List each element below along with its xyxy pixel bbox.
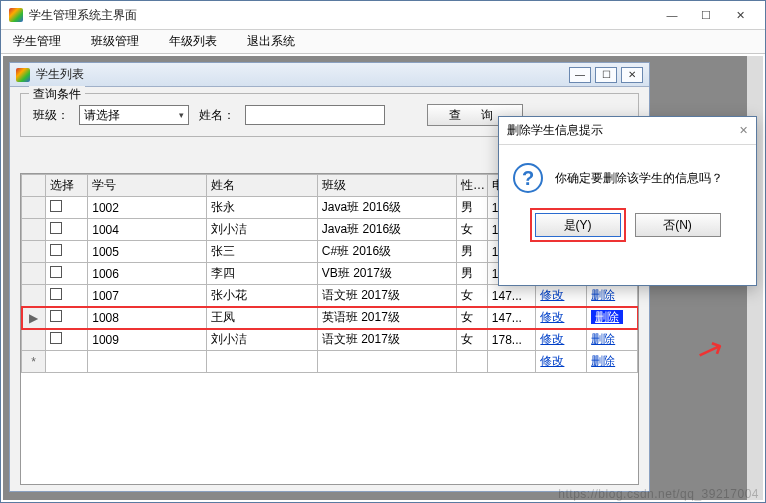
cell-class: 语文班 2017级 bbox=[317, 285, 456, 307]
dialog-titlebar: 删除学生信息提示 ✕ bbox=[499, 117, 756, 145]
cell-id: 1005 bbox=[88, 241, 207, 263]
cell-id: 1007 bbox=[88, 285, 207, 307]
dialog-yes-button[interactable]: 是(Y) bbox=[535, 213, 621, 237]
cell-name: 张三 bbox=[207, 241, 317, 263]
delete-link[interactable]: 删除 bbox=[591, 288, 615, 302]
confirm-dialog: 删除学生信息提示 ✕ ? 你确定要删除该学生的信息吗？ 是(Y) 否(N) bbox=[498, 116, 757, 286]
chevron-down-icon: ▾ bbox=[179, 110, 184, 120]
cell-class: C#班 2016级 bbox=[317, 241, 456, 263]
main-titlebar: 学生管理系统主界面 — ☐ ✕ bbox=[1, 1, 765, 30]
edit-link[interactable]: 修改 bbox=[540, 354, 564, 368]
cell-name: 刘小洁 bbox=[207, 219, 317, 241]
dialog-no-button[interactable]: 否(N) bbox=[635, 213, 721, 237]
edit-link[interactable]: 修改 bbox=[540, 310, 564, 324]
cell-select[interactable] bbox=[46, 263, 88, 285]
main-window: 学生管理系统主界面 — ☐ ✕ 学生管理 班级管理 年级列表 退出系统 学生列表… bbox=[0, 0, 766, 503]
checkbox[interactable] bbox=[50, 288, 62, 300]
col-class[interactable]: 班级 bbox=[317, 175, 456, 197]
class-combo-value: 请选择 bbox=[84, 107, 120, 124]
edit-link[interactable]: 修改 bbox=[540, 332, 564, 346]
cell-phone: 178... bbox=[487, 329, 536, 351]
class-combo[interactable]: 请选择 ▾ bbox=[79, 105, 189, 125]
cell-select[interactable] bbox=[46, 197, 88, 219]
row-indicator: * bbox=[22, 351, 46, 373]
cell-edit: 修改 bbox=[536, 329, 587, 351]
close-button[interactable]: ✕ bbox=[723, 4, 757, 26]
cell-class: 语文班 2017级 bbox=[317, 329, 456, 351]
cell-select[interactable] bbox=[46, 285, 88, 307]
cell-id: 1008 bbox=[88, 307, 207, 329]
table-row[interactable]: ▶1008王凤英语班 2017级女147...修改删除 bbox=[22, 307, 638, 329]
col-id[interactable]: 学号 bbox=[88, 175, 207, 197]
cell-phone: 147... bbox=[487, 285, 536, 307]
form-icon bbox=[16, 68, 30, 82]
watermark: https://blog.csdn.net/qq_39217004 bbox=[558, 487, 759, 501]
menu-exit[interactable]: 退出系统 bbox=[241, 30, 301, 53]
cell-name: 李四 bbox=[207, 263, 317, 285]
mdi-minimize[interactable]: — bbox=[569, 67, 591, 83]
cell-gender: 女 bbox=[456, 219, 487, 241]
checkbox[interactable] bbox=[50, 266, 62, 278]
cell-class: Java班 2016级 bbox=[317, 197, 456, 219]
col-name[interactable]: 姓名 bbox=[207, 175, 317, 197]
cell-delete: 删除 bbox=[587, 329, 638, 351]
checkbox[interactable] bbox=[50, 244, 62, 256]
dialog-title: 删除学生信息提示 bbox=[507, 122, 739, 139]
checkbox[interactable] bbox=[50, 222, 62, 234]
cell-id: 1004 bbox=[88, 219, 207, 241]
row-indicator: ▶ bbox=[22, 307, 46, 329]
cell-gender: 女 bbox=[456, 307, 487, 329]
menu-student[interactable]: 学生管理 bbox=[7, 30, 67, 53]
col-select[interactable]: 选择 bbox=[46, 175, 88, 197]
rowheader-corner bbox=[22, 175, 46, 197]
checkbox[interactable] bbox=[50, 310, 62, 322]
row-indicator bbox=[22, 263, 46, 285]
cell-gender: 男 bbox=[456, 197, 487, 219]
cell-name: 刘小洁 bbox=[207, 329, 317, 351]
name-label: 姓名： bbox=[199, 107, 235, 124]
cell-class: VB班 2017级 bbox=[317, 263, 456, 285]
name-input[interactable] bbox=[245, 105, 385, 125]
delete-link[interactable]: 删除 bbox=[591, 310, 623, 324]
checkbox[interactable] bbox=[50, 200, 62, 212]
inner-titlebar: 学生列表 — ☐ ✕ bbox=[10, 63, 649, 87]
minimize-button[interactable]: — bbox=[655, 4, 689, 26]
cell-delete: 删除 bbox=[587, 307, 638, 329]
cell-id: 1006 bbox=[88, 263, 207, 285]
cell-select[interactable] bbox=[46, 219, 88, 241]
checkbox[interactable] bbox=[50, 332, 62, 344]
mdi-maximize[interactable]: ☐ bbox=[595, 67, 617, 83]
app-icon bbox=[9, 8, 23, 22]
row-indicator bbox=[22, 285, 46, 307]
delete-link[interactable]: 删除 bbox=[591, 332, 615, 346]
dialog-close-icon[interactable]: ✕ bbox=[739, 124, 748, 137]
table-row[interactable]: 1009刘小洁语文班 2017级女178...修改删除 bbox=[22, 329, 638, 351]
cell-phone: 147... bbox=[487, 307, 536, 329]
cell-delete: 删除 bbox=[587, 285, 638, 307]
cell-name: 张小花 bbox=[207, 285, 317, 307]
row-indicator bbox=[22, 197, 46, 219]
table-new-row[interactable]: *修改删除 bbox=[22, 351, 638, 373]
edit-link[interactable]: 修改 bbox=[540, 288, 564, 302]
question-icon: ? bbox=[513, 163, 543, 193]
cell-select[interactable] bbox=[46, 241, 88, 263]
cell-gender: 女 bbox=[456, 285, 487, 307]
row-indicator bbox=[22, 329, 46, 351]
col-gender[interactable]: 性别 bbox=[456, 175, 487, 197]
menu-class[interactable]: 班级管理 bbox=[85, 30, 145, 53]
table-row[interactable]: 1007张小花语文班 2017级女147...修改删除 bbox=[22, 285, 638, 307]
menu-grade[interactable]: 年级列表 bbox=[163, 30, 223, 53]
row-indicator bbox=[22, 219, 46, 241]
cell-select[interactable] bbox=[46, 307, 88, 329]
cell-edit: 修改 bbox=[536, 307, 587, 329]
menubar: 学生管理 班级管理 年级列表 退出系统 bbox=[1, 30, 765, 54]
cell-gender: 女 bbox=[456, 329, 487, 351]
mdi-close[interactable]: ✕ bbox=[621, 67, 643, 83]
delete-link[interactable]: 删除 bbox=[591, 354, 615, 368]
cell-edit: 修改 bbox=[536, 285, 587, 307]
maximize-button[interactable]: ☐ bbox=[689, 4, 723, 26]
filter-legend: 查询条件 bbox=[29, 86, 85, 103]
cell-class: 英语班 2017级 bbox=[317, 307, 456, 329]
cell-select[interactable] bbox=[46, 329, 88, 351]
cell-name: 王凤 bbox=[207, 307, 317, 329]
